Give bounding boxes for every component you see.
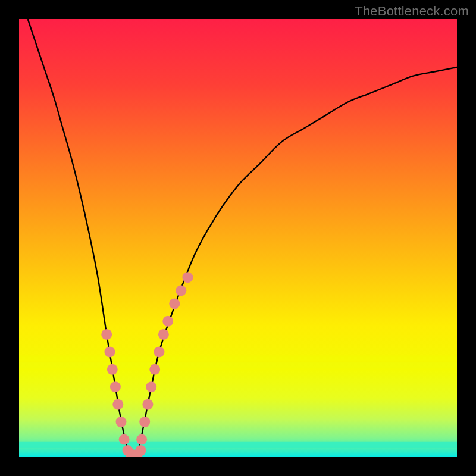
highlight-dot [136, 434, 147, 445]
highlight-dot [182, 272, 193, 283]
highlight-dot [176, 285, 186, 296]
highlight-dot [116, 416, 127, 427]
highlight-dot [169, 298, 180, 309]
chart-overlay [19, 19, 457, 457]
highlight-dot [104, 346, 115, 357]
highlight-dot [149, 364, 160, 375]
plot-area [19, 19, 457, 457]
highlight-dot [136, 445, 146, 456]
highlight-dot [154, 346, 165, 357]
highlight-dot [110, 381, 121, 392]
highlight-dot [158, 329, 169, 340]
highlight-dots-left [101, 329, 143, 457]
highlight-dots-right [136, 272, 193, 456]
chart-frame: TheBottleneck.com [0, 0, 476, 476]
highlight-dot [162, 316, 173, 327]
highlight-dot [142, 399, 153, 410]
highlight-dot [107, 364, 118, 375]
bottleneck-curve [28, 19, 457, 457]
watermark-text: TheBottleneck.com [355, 4, 469, 19]
highlight-dot [139, 416, 150, 427]
highlight-dot [119, 434, 130, 445]
highlight-dot [101, 329, 112, 340]
highlight-dot [112, 399, 123, 410]
highlight-dot [146, 381, 156, 392]
